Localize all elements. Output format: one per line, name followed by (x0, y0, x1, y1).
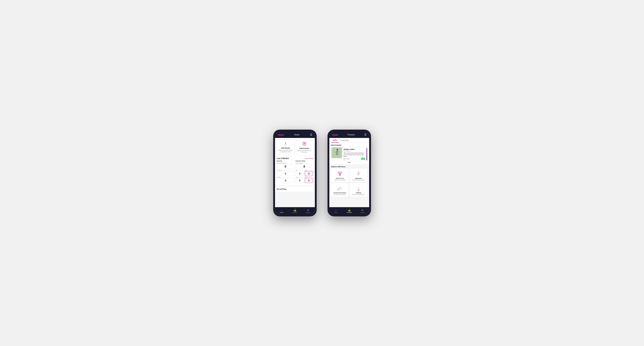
rounds-capture-box: 0 (277, 164, 294, 169)
svg-point-42 (338, 189, 338, 190)
practice-nav-activities-label: Activities (347, 212, 352, 213)
phone-home: clippd Home ☰ (273, 130, 317, 216)
nav-capture-label: Capture (306, 212, 310, 213)
add-round-icon (283, 142, 288, 147)
drills-capture-value: 8 (304, 165, 305, 168)
add-round-desc: Record your shots in fast or enhanced mo… (278, 149, 293, 153)
skill-grid: Off The Tee Power and accuracy (331, 169, 367, 196)
practice-logo: clippd (332, 133, 338, 136)
add-round-card[interactable]: Add Round Record your shots in fast or e… (277, 140, 294, 155)
approach-icon (355, 171, 362, 177)
phone-practice-screen: clippd Practice ☰ Drills Favourites Most… (329, 131, 369, 215)
practice-nav-home-icon: ⌂ (335, 209, 336, 211)
putt-box: 4 (305, 178, 313, 183)
home-menu-icon[interactable]: ☰ (310, 133, 312, 136)
drill-title: Wedge Ladder (344, 149, 365, 150)
dot-2 (349, 162, 350, 163)
practice-nav-capture[interactable]: ⊕ Capture (356, 207, 369, 215)
practice-nav-home-label: Home (334, 212, 338, 213)
practice-tabs: Drills Favourites (329, 138, 369, 143)
app-stat: APP 4 (305, 170, 313, 177)
svg-point-23 (338, 172, 338, 173)
ott-value: 0 (299, 173, 300, 175)
off-the-tee-icon (336, 171, 344, 177)
svg-point-33 (359, 174, 360, 175)
skill-off-the-tee[interactable]: Off The Tee Power and accuracy (331, 169, 349, 182)
off-the-tee-desc: Power and accuracy (334, 179, 346, 180)
arg-value: 0 (299, 179, 300, 182)
svg-point-39 (340, 188, 340, 189)
star-icon[interactable]: ☆ (364, 149, 366, 150)
around-the-green-icon (336, 185, 344, 191)
my-golf-bag-title: My Golf Bag (277, 188, 286, 190)
drill-desc: Play 1 shot at each target yardage. If y… (344, 152, 365, 157)
svg-line-21 (340, 172, 342, 175)
view-activity-link[interactable]: View Activity (305, 158, 313, 159)
svg-point-44 (340, 189, 340, 190)
practice-drills-title: Practice Drills (296, 160, 313, 162)
svg-point-24 (338, 172, 339, 172)
svg-point-43 (339, 190, 340, 190)
nav-home[interactable]: ⌂ Home (275, 207, 288, 215)
rounds-capture-value: 0 (284, 165, 286, 168)
drill-info: Wedge Ladder 50–100 yds Play 1 shot at e… (342, 147, 366, 161)
practice-nav-home[interactable]: ⌂ Home (329, 207, 342, 215)
nav-activities[interactable]: ⛳ Activities (288, 207, 302, 215)
phone-home-screen: clippd Home ☰ (275, 131, 315, 215)
phone-practice: clippd Practice ☰ Drills Favourites Most… (328, 130, 371, 216)
tournament-box: 0 (277, 171, 294, 176)
app-value: 4 (308, 173, 310, 175)
nav-capture[interactable]: ⊕ Capture (302, 207, 315, 215)
practice-nav-activities-icon: ⛳ (348, 209, 351, 211)
skill-putting[interactable]: Putting Make and lag practice (350, 183, 367, 196)
my-golf-bag[interactable]: My Golf Bag › (275, 186, 315, 192)
tournament-stat: Tournament 0 (277, 170, 294, 177)
practice-sub-stats: Practice 0 (277, 177, 294, 184)
app-box: 4 (305, 171, 313, 176)
home-screen-content: Add Round Record your shots in fast or e… (275, 138, 315, 207)
svg-line-36 (358, 173, 360, 173)
skill-around-the-green[interactable]: Around The Green Hone your short game (331, 183, 349, 196)
nav-activities-icon: ⛳ (293, 209, 296, 211)
tab-favourites[interactable]: Favourites (339, 138, 351, 143)
tournament-value: 0 (285, 173, 286, 175)
practice-stat: Practice 0 (277, 177, 294, 184)
practice-screen-content: Most Popular (329, 143, 369, 207)
around-the-green-desc: Hone your short game (334, 194, 346, 195)
practice-bottom-nav: ⌂ Home ⛳ Activities ⊕ Capture (329, 207, 369, 215)
home-bottom-nav: ⌂ Home ⛳ Activities ⊕ Capture (275, 207, 315, 215)
home-action-cards: Add Round Record your shots in fast or e… (275, 138, 315, 156)
practice-menu-icon[interactable]: ☰ (364, 133, 367, 136)
activity-section-title: Last 3 Months (277, 158, 289, 160)
home-header: clippd Home ☰ (275, 131, 315, 138)
rounds-col: Rounds Rounds Capture 0 Tournament 0 (277, 160, 294, 184)
most-popular-title: Most Popular (331, 144, 367, 146)
ott-app-stats: OTT 0 APP 4 (296, 170, 313, 177)
svg-point-0 (284, 145, 287, 145)
drills-capture-label: Drills Capture (296, 163, 313, 164)
svg-point-32 (357, 174, 358, 175)
svg-point-41 (342, 189, 342, 190)
practice-box: 0 (277, 178, 294, 183)
nav-activities-label: Activities (292, 212, 298, 213)
featured-drill-card[interactable]: Wedge Ladder 50–100 yds Play 1 shot at e… (331, 147, 367, 161)
practice-nav-activities[interactable]: ⛳ Activities (342, 207, 356, 215)
dot-1 (347, 162, 348, 163)
add-practice-icon (302, 142, 306, 147)
stats-container: Rounds Rounds Capture 0 Tournament 0 (275, 160, 315, 185)
off-the-tee-name: Off The Tee (336, 177, 344, 179)
svg-point-34 (358, 175, 359, 176)
add-practice-card[interactable]: Add Practice Capture your practice off-t… (296, 140, 313, 155)
svg-point-27 (342, 172, 342, 173)
practice-nav-capture-icon: ⊕ (362, 209, 364, 211)
svg-line-20 (340, 172, 341, 175)
tab-drills[interactable]: Drills (331, 138, 339, 143)
dot-indicators (331, 162, 367, 163)
svg-line-17 (338, 172, 340, 175)
add-round-title: Add Round (281, 147, 290, 149)
explore-section: Explore skill areas (329, 164, 369, 198)
skill-approach[interactable]: Approach Dial-in to hit the green (350, 169, 367, 182)
phones-container: clippd Home ☰ (266, 122, 378, 224)
practice-header-title: Practice (348, 134, 355, 136)
svg-point-4 (304, 143, 305, 144)
